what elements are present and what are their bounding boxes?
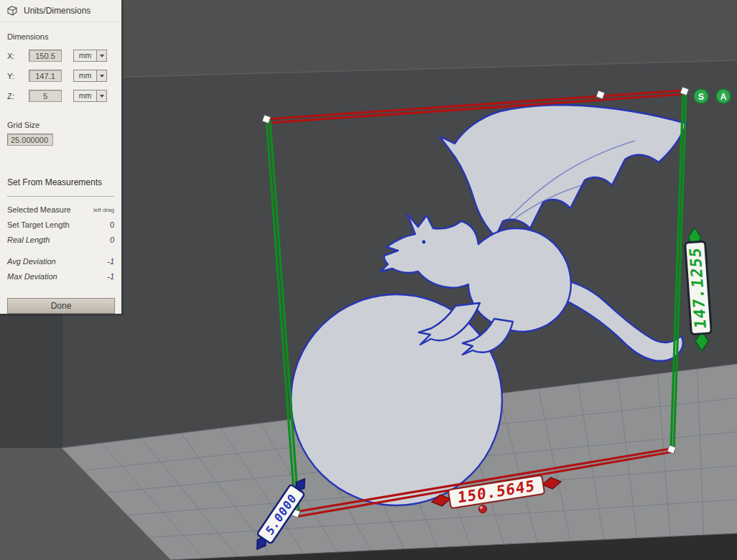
- snap-badge-label: S: [698, 92, 704, 102]
- real-length-row: Real Length 0: [7, 235, 114, 244]
- y-unit-select[interactable]: mm: [73, 70, 107, 82]
- max-deviation-value: -1: [107, 272, 114, 281]
- max-deviation-label: Max Deviation: [7, 272, 57, 281]
- chevron-down-icon: [96, 70, 106, 81]
- real-length-value: 0: [110, 235, 114, 244]
- set-from-measurements-title: Set From Measurements: [7, 177, 114, 187]
- y-unit-value: mm: [74, 70, 96, 81]
- x-unit-select[interactable]: mm: [73, 50, 107, 62]
- box-icon: [7, 6, 18, 16]
- avg-deviation-value: -1: [107, 257, 114, 266]
- axis-badge[interactable]: A: [716, 89, 731, 103]
- dimension-row-z: Z: mm: [7, 90, 114, 102]
- set-target-length-label: Set Target Length: [7, 220, 70, 229]
- z-unit-value: mm: [74, 90, 96, 101]
- units-dimensions-panel: Units/Dimensions Dimensions X: mm Y: mm …: [0, 0, 122, 314]
- selected-measure-row: Selected Measure left drag: [7, 205, 114, 214]
- ball: [291, 294, 502, 505]
- set-target-length-value[interactable]: 0: [110, 220, 114, 229]
- width-anchor-dot[interactable]: [479, 505, 487, 513]
- dragon-eye: [422, 241, 426, 244]
- grid-size-label: Grid Size: [7, 121, 114, 129]
- real-length-label: Real Length: [7, 235, 50, 244]
- z-dimension-input[interactable]: [29, 90, 62, 102]
- grid-size-input[interactable]: [7, 134, 53, 146]
- chevron-down-icon: [96, 90, 106, 101]
- avg-deviation-label: Avg Deviation: [7, 257, 56, 266]
- y-dimension-input[interactable]: [29, 70, 62, 82]
- z-axis-label: Z:: [7, 92, 29, 101]
- panel-title: Units/Dimensions: [24, 6, 91, 16]
- selected-measure-value: left drag: [93, 207, 114, 213]
- avg-deviation-row: Avg Deviation -1: [7, 257, 114, 266]
- dimension-row-y: Y: mm: [7, 70, 114, 82]
- x-axis-label: X:: [7, 52, 29, 60]
- x-dimension-input[interactable]: [29, 50, 62, 62]
- width-anchor-highlight: [480, 506, 483, 509]
- selected-measure-label: Selected Measure: [7, 205, 71, 214]
- x-unit-value: mm: [74, 50, 96, 61]
- panel-header[interactable]: Units/Dimensions: [0, 0, 121, 22]
- snap-badge[interactable]: S: [694, 89, 708, 103]
- set-target-length-row: Set Target Length 0: [7, 220, 114, 229]
- max-deviation-row: Max Deviation -1: [7, 272, 114, 281]
- y-axis-label: Y:: [7, 72, 29, 80]
- axis-badge-label: A: [720, 92, 727, 102]
- done-button[interactable]: Done: [7, 298, 115, 314]
- dimension-row-x: X: mm: [7, 50, 114, 62]
- divider: [7, 196, 114, 197]
- chevron-down-icon: [96, 50, 106, 61]
- dimensions-section-label: Dimensions: [7, 32, 114, 41]
- z-unit-select[interactable]: mm: [73, 90, 107, 102]
